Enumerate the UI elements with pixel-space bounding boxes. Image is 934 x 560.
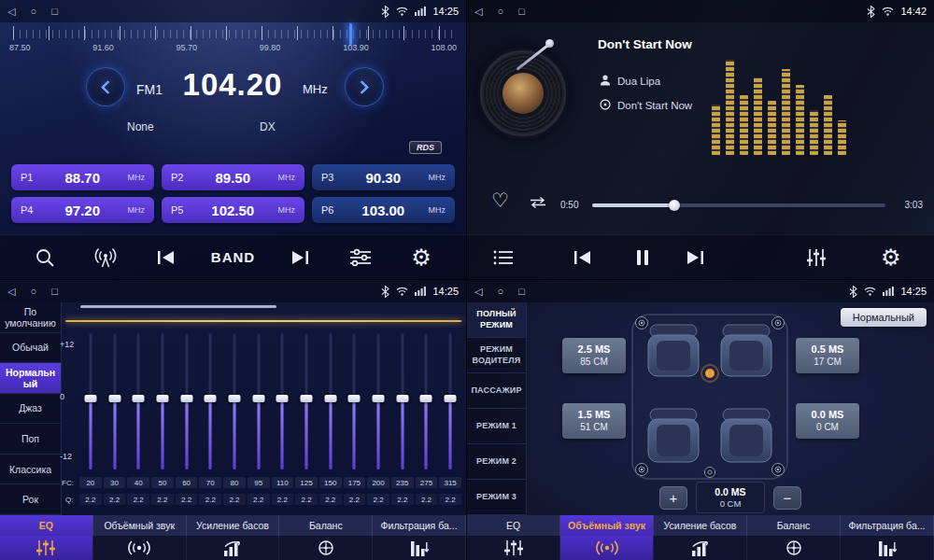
delay-rear-right[interactable]: 0.0 MS 0 CM [796,403,859,439]
settings-gear-icon[interactable]: ⚙ [881,246,901,269]
eq-band-slider[interactable] [198,330,222,472]
eq-preset-item-4[interactable]: Поп [0,424,61,455]
slider-handle[interactable] [396,395,408,402]
eq-preset-item-0[interactable]: По умолчанию [0,302,61,333]
broadcast-icon[interactable] [90,242,121,273]
eq-band-slider[interactable] [366,330,390,472]
sf-balance-tab[interactable]: Баланс [747,515,841,536]
settings-gear-icon[interactable]: ⚙ [405,242,437,273]
playlist-icon[interactable] [493,249,514,266]
home-icon[interactable]: ○ [497,0,503,22]
recents-icon[interactable]: □ [51,0,58,22]
sf-surround-tab[interactable]: Объёмный звук [560,515,654,536]
tuner-settings-icon[interactable] [345,242,376,273]
preset-p2[interactable]: P289.50MHz [162,164,304,190]
previous-track-icon[interactable] [573,249,593,266]
preset-p6[interactable]: P6103.00MHz [312,197,455,223]
sf-mode-item-5[interactable]: РЕЖИМ 3 [467,480,526,515]
recents-icon[interactable]: □ [51,280,58,302]
back-icon[interactable]: ◁ [7,280,15,302]
recents-icon[interactable]: □ [518,280,525,302]
preset-p1[interactable]: P188.70MHz [11,164,154,190]
eq-filter-tab[interactable]: Фильтрация ба... [373,515,466,536]
pause-icon[interactable] [635,249,650,266]
surround-sound-icon[interactable] [93,536,187,560]
band-button[interactable]: BAND [211,249,255,265]
surround-sound-icon[interactable] [560,536,654,560]
slider-handle[interactable] [84,395,96,402]
slider-handle[interactable] [373,395,385,402]
back-icon[interactable]: ◁ [7,0,15,22]
eq-band-slider[interactable] [222,330,247,472]
back-icon[interactable]: ◁ [474,0,482,22]
recents-icon[interactable]: □ [518,0,525,22]
delay-front-right[interactable]: 0.5 MS 17 CM [796,338,859,373]
bass-boost-icon[interactable] [187,536,280,560]
next-track-icon[interactable] [685,249,705,266]
sf-mode-item-0[interactable]: ПОЛНЫЙ РЕЖИМ [467,302,526,338]
eq-band-slider[interactable] [78,330,103,472]
delay-front-left[interactable]: 2.5 MS 85 CM [562,338,626,373]
sf-mode-item-2[interactable]: ПАССАЖИР [467,373,526,409]
slider-handle[interactable] [180,395,192,402]
seek-knob[interactable] [669,200,680,211]
sf-mode-item-1[interactable]: РЕЖИМ ВОДИТЕЛЯ [467,338,526,373]
eq-scroll-indicator[interactable] [80,305,276,308]
eq-preset-item-6[interactable]: Рок [0,484,61,515]
eq-band-slider[interactable] [438,330,462,472]
filter-bars-icon[interactable] [841,536,934,560]
slider-handle[interactable] [156,395,168,402]
preset-p4[interactable]: P497.20MHz [11,197,154,223]
favorite-heart-icon[interactable]: ♡ [491,189,509,212]
eq-band-slider[interactable] [247,330,271,472]
slider-handle[interactable] [301,395,313,402]
sf-mode-item-3[interactable]: РЕЖИМ 1 [467,409,526,444]
balance-target-icon[interactable] [279,536,373,560]
home-icon[interactable]: ○ [497,280,503,302]
sf-mode-item-4[interactable]: РЕЖИМ 2 [467,444,526,480]
eq-preset-item-3[interactable]: Джаз [0,394,61,425]
delay-decrease-button[interactable]: − [773,486,801,510]
eq-band-slider[interactable] [126,330,150,472]
home-icon[interactable]: ○ [30,0,36,22]
delay-increase-button[interactable]: + [659,486,687,510]
filter-bars-icon[interactable] [373,536,466,560]
tune-up-button[interactable] [345,67,384,106]
sf-filter-tab[interactable]: Фильтрация ба... [841,515,934,536]
delay-rear-left[interactable]: 1.5 MS 51 CM [562,403,626,439]
eq-band-slider[interactable] [150,330,175,472]
slider-handle[interactable] [252,395,264,402]
slider-handle[interactable] [205,395,217,402]
eq-surround-tab[interactable]: Объёмный звук [93,515,187,536]
slider-handle[interactable] [228,395,240,402]
slider-handle[interactable] [445,395,457,402]
mixer-icon[interactable] [806,248,827,267]
repeat-icon[interactable] [529,196,547,213]
next-station-icon[interactable] [284,242,316,273]
sf-bass-boost-tab[interactable]: Усиление басов [654,515,747,536]
sound-profile-button[interactable]: Нормальный [841,308,927,327]
eq-band-slider[interactable] [390,330,415,472]
eq-balance-tab[interactable]: Баланс [279,515,373,536]
slider-handle[interactable] [108,395,120,402]
slider-handle[interactable] [420,395,432,402]
eq-preset-item-5[interactable]: Классика [0,455,61,485]
preset-p5[interactable]: P5102.50MHz [162,197,304,223]
preset-p3[interactable]: P390.30MHz [312,164,455,190]
eq-band-slider[interactable] [294,330,318,472]
home-icon[interactable]: ○ [30,280,36,302]
eq-band-slider[interactable] [103,330,127,472]
slider-handle[interactable] [348,395,361,402]
slider-handle[interactable] [133,395,145,402]
sf-eq-tab[interactable]: EQ [467,515,560,536]
slider-handle[interactable] [276,395,289,402]
seek-bar[interactable] [592,203,885,207]
eq-preset-item-1[interactable]: Обычай [0,333,61,364]
slider-handle[interactable] [324,395,336,402]
back-icon[interactable]: ◁ [474,280,482,302]
eq-band-slider[interactable] [415,330,439,472]
balance-target-icon[interactable] [747,536,841,560]
bass-boost-icon[interactable] [654,536,747,560]
eq-bass-boost-tab[interactable]: Усиление басов [187,515,280,536]
tune-down-button[interactable] [86,67,125,106]
